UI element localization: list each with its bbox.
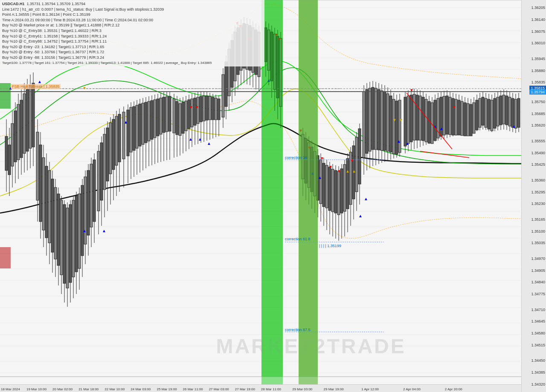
svg-rect-296 bbox=[422, 97, 424, 141]
svg-text:▲: ▲ bbox=[512, 124, 516, 129]
price-1.36075: 1.36075 bbox=[531, 29, 545, 34]
svg-rect-354 bbox=[508, 97, 511, 126]
svg-rect-108 bbox=[109, 123, 112, 174]
svg-rect-128 bbox=[142, 103, 144, 144]
svg-text:▼: ▼ bbox=[350, 158, 354, 163]
price-1.34775: 1.34775 bbox=[531, 292, 545, 296]
svg-rect-326 bbox=[467, 104, 469, 136]
price-1.34385: 1.34385 bbox=[531, 370, 545, 375]
price-1.35360: 1.35360 bbox=[531, 178, 545, 182]
svg-rect-340 bbox=[488, 99, 490, 129]
svg-rect-334 bbox=[479, 98, 481, 127]
svg-text:▼: ▼ bbox=[82, 86, 87, 90]
svg-rect-140 bbox=[160, 98, 162, 134]
svg-rect-94 bbox=[87, 170, 90, 235]
svg-rect-176 bbox=[215, 98, 217, 120]
svg-rect-104 bbox=[103, 134, 106, 190]
price-1.35835: 1.35835 bbox=[531, 80, 545, 84]
chart-container: MARKET2TRADE bbox=[0, 0, 546, 392]
info-line-6: Buy %10 @ C_Entry61: 1.35158 | Target1:1… bbox=[2, 34, 262, 39]
svg-rect-178 bbox=[218, 99, 220, 120]
price-1.35035: 1.35035 bbox=[531, 241, 545, 245]
svg-rect-68 bbox=[48, 170, 51, 243]
svg-rect-54 bbox=[26, 89, 29, 151]
prices: 1.35731 1.35794 1.35709 1.35794 bbox=[27, 2, 86, 6]
svg-rect-74 bbox=[57, 194, 60, 265]
svg-rect-268 bbox=[378, 89, 380, 150]
svg-rect-312 bbox=[446, 96, 448, 134]
svg-rect-72 bbox=[54, 187, 57, 259]
svg-text:▲: ▲ bbox=[397, 139, 401, 144]
time-label-2: 19 Mar 10:00 bbox=[26, 387, 46, 391]
time-label-11: 28 Mar 11:00 bbox=[261, 387, 281, 391]
time-axis: 18 Mar 2024 19 Mar 10:00 20 Mar 02:00 21… bbox=[0, 384, 521, 392]
price-1.35880: 1.35880 bbox=[531, 69, 545, 73]
svg-rect-70 bbox=[51, 179, 54, 252]
svg-rect-52 bbox=[23, 94, 26, 153]
price-axis: 1.36205 1.36140 1.36075 1.36010 1.35945 … bbox=[521, 0, 546, 392]
svg-rect-244 bbox=[340, 169, 343, 213]
svg-rect-266 bbox=[375, 88, 377, 150]
svg-rect-288 bbox=[410, 95, 412, 142]
svg-rect-166 bbox=[200, 96, 202, 122]
price-1.36010: 1.36010 bbox=[531, 41, 545, 45]
svg-text:▲: ▲ bbox=[124, 120, 128, 124]
svg-rect-242 bbox=[337, 171, 340, 215]
price-1.34580: 1.34580 bbox=[531, 331, 545, 335]
svg-rect-360 bbox=[517, 98, 520, 127]
svg-rect-332 bbox=[476, 100, 478, 130]
svg-rect-84 bbox=[72, 200, 75, 277]
svg-text:▲: ▲ bbox=[38, 79, 42, 84]
correction-61-label: correction 61.8 bbox=[285, 237, 311, 241]
info-line-3: Time A:2024.03.21 09:00:00 | Time B:2024… bbox=[2, 17, 262, 23]
svg-rect-46 bbox=[14, 111, 17, 162]
svg-rect-164 bbox=[197, 97, 199, 124]
svg-rect-114 bbox=[118, 114, 121, 162]
svg-rect-96 bbox=[90, 164, 93, 227]
svg-rect-174 bbox=[212, 97, 214, 120]
svg-rect-112 bbox=[115, 116, 118, 165]
svg-rect-254 bbox=[355, 137, 358, 192]
svg-rect-82 bbox=[69, 205, 72, 282]
svg-rect-338 bbox=[485, 98, 487, 127]
svg-rect-356 bbox=[511, 98, 514, 127]
svg-rect-280 bbox=[395, 101, 398, 154]
svg-rect-62 bbox=[39, 145, 42, 222]
svg-text:▼: ▼ bbox=[189, 105, 193, 110]
svg-rect-86 bbox=[75, 196, 78, 272]
svg-rect-324 bbox=[464, 103, 466, 136]
time-label-1: 18 Mar 2024 bbox=[1, 387, 20, 391]
svg-rect-102 bbox=[100, 143, 103, 200]
time-label-15: 2 Apr 04:00 bbox=[403, 387, 421, 391]
svg-rect-322 bbox=[461, 101, 463, 135]
svg-rect-274 bbox=[386, 94, 389, 151]
svg-rect-342 bbox=[491, 100, 493, 131]
svg-rect-138 bbox=[157, 99, 159, 136]
svg-rect-282 bbox=[398, 100, 401, 153]
svg-text:▲: ▲ bbox=[207, 141, 211, 146]
svg-rect-350 bbox=[502, 95, 505, 124]
price-1.34710: 1.34710 bbox=[531, 308, 545, 312]
price-1.36205: 1.36205 bbox=[531, 6, 545, 10]
time-label-3: 20 Mar 02:00 bbox=[52, 387, 73, 391]
info-panel: USDCAD.H1 1.35731 1.35794 1.35709 1.3579… bbox=[0, 0, 264, 66]
svg-text:▲: ▲ bbox=[439, 126, 444, 131]
svg-rect-180 bbox=[222, 75, 224, 117]
price-1.35425: 1.35425 bbox=[531, 162, 545, 167]
price-1.35490: 1.35490 bbox=[531, 151, 545, 155]
time-label-12: 29 Mar 03:00 bbox=[292, 387, 312, 391]
svg-rect-330 bbox=[473, 103, 475, 133]
svg-rect-156 bbox=[185, 101, 187, 131]
svg-rect-118 bbox=[127, 110, 129, 156]
svg-text:▼: ▼ bbox=[452, 105, 456, 110]
time-label-16: 2 Apr 20:00 bbox=[445, 387, 462, 391]
price-1.35945: 1.35945 bbox=[531, 57, 545, 61]
svg-rect-234 bbox=[325, 165, 328, 208]
svg-text:▼: ▼ bbox=[399, 118, 403, 122]
svg-rect-80 bbox=[66, 208, 69, 288]
info-line-4: Buy %20 @ Market price or at: 1.35199 ||… bbox=[2, 23, 262, 28]
time-label-8: 26 Mar 11:00 bbox=[183, 387, 203, 391]
svg-rect-40 bbox=[5, 136, 8, 170]
svg-rect-136 bbox=[154, 100, 156, 138]
price-1.35230: 1.35230 bbox=[531, 202, 545, 206]
